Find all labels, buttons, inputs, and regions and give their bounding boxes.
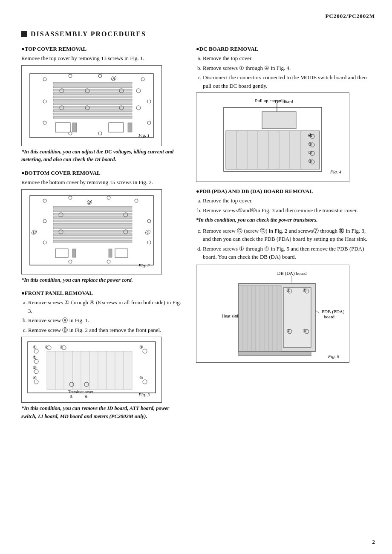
svg-rect-21 [53, 113, 132, 115]
page-header: PC2002/PC2002M [21, 13, 375, 22]
top-cover-text: Remove the top cover by removing 13 scre… [21, 54, 183, 63]
svg-text:Ⓐ: Ⓐ [111, 75, 117, 81]
svg-rect-54 [53, 220, 132, 222]
svg-rect-53 [53, 216, 132, 219]
svg-rect-59 [53, 237, 132, 239]
svg-rect-12 [53, 82, 132, 84]
svg-rect-133 [283, 288, 311, 347]
top-cover-section: ●TOP COVER REMOVAL Remove the top cover … [21, 46, 183, 164]
svg-text:②: ② [286, 328, 291, 333]
pdb-check-note: *In this condition, you can check the po… [196, 216, 375, 224]
svg-text:Fig. 3: Fig. 3 [138, 392, 150, 397]
fig2-diagram: Ⓑ Ⓓ Ⓒ [21, 189, 162, 274]
pdb-board-list2: Remove screw Ⓒ (screw Ⓓ) in Fig. 2 and s… [196, 227, 375, 261]
svg-text:Fig. 5: Fig. 5 [328, 354, 340, 359]
svg-rect-107 [262, 112, 296, 129]
svg-text:Ⓓ: Ⓓ [31, 229, 37, 235]
svg-text:Fig. 2: Fig. 2 [138, 263, 150, 268]
svg-text:③: ③ [33, 365, 37, 370]
svg-rect-13 [53, 86, 132, 88]
bottom-cover-title: ●BOTTOM COVER REMOVAL [21, 170, 183, 176]
svg-text:Ⓑ: Ⓑ [86, 199, 92, 205]
svg-rect-152 [239, 352, 311, 356]
svg-rect-51 [53, 210, 132, 212]
svg-text:①: ① [286, 288, 291, 293]
svg-text:6: 6 [85, 394, 87, 399]
svg-text:Fig. 4: Fig. 4 [330, 169, 342, 174]
svg-text:④: ④ [33, 375, 37, 380]
front-panel-section: ●FRONT PANEL REMOVAL Remove screws ① thr… [21, 290, 183, 421]
pdb-item-d: Remove screws ① through ④ in Fig. 5 and … [203, 245, 375, 261]
front-panel-note: *In this condition, you can remove the I… [21, 404, 183, 421]
right-column: ●DC BOARD REMOVAL Remove the top cover. … [196, 46, 375, 427]
svg-text:Transistor cover: Transistor cover [68, 390, 93, 394]
dc-board-item-a: Remove the top cover. [203, 54, 375, 63]
front-panel-item-b: Remove screw Ⓐ in Fig. 1. [28, 316, 183, 325]
svg-text:DC board: DC board [275, 99, 294, 104]
front-panel-item-a: Remove screws ① through ④ (8 screws in a… [28, 298, 183, 315]
svg-text:⑦: ⑦ [45, 345, 49, 349]
svg-rect-68 [109, 249, 112, 257]
left-column: ●TOP COVER REMOVAL Remove the top cover … [21, 46, 183, 427]
front-panel-item-c: Remove screw Ⓑ in Fig. 2 and then remove… [28, 326, 183, 335]
svg-rect-57 [53, 230, 132, 232]
fig1-svg: Ⓐ [23, 67, 160, 144]
bottom-cover-note: *In this condition, you can replace the … [21, 276, 183, 284]
svg-text:board: board [324, 314, 335, 319]
page-number: 2 [372, 539, 375, 545]
dc-board-item-c: Disconnect the connectors connected to t… [203, 73, 375, 90]
svg-rect-34 [128, 123, 132, 132]
svg-rect-56 [53, 227, 132, 229]
svg-text:②: ② [33, 355, 37, 360]
section-title: DISASSEMBLY PROCEDURES [21, 30, 375, 38]
svg-rect-58 [53, 234, 132, 236]
svg-text:Heat sink: Heat sink [222, 313, 239, 318]
pdb-item-c: Remove screw Ⓒ (screw Ⓓ) in Fig. 2 and s… [203, 227, 375, 243]
bottom-cover-section: ●BOTTOM COVER REMOVAL Remove the bottom … [21, 170, 183, 284]
svg-rect-17 [53, 99, 132, 101]
pdb-item-b: Remove screws⑤and⑥in Fig. 3 and then rem… [203, 206, 375, 215]
title-box-icon [21, 31, 27, 37]
svg-text:Fig. 1: Fig. 1 [138, 133, 150, 138]
dc-board-section: ●DC BOARD REMOVAL Remove the top cover. … [196, 46, 375, 182]
bottom-cover-text: Remove the bottom cover by removing 15 s… [21, 178, 183, 187]
pdb-board-title: ●PDB (PDA) AND DB (DA) BOARD REMOVAL [196, 188, 375, 195]
svg-rect-67 [72, 249, 76, 257]
svg-rect-108 [226, 131, 320, 169]
svg-text:①: ① [33, 345, 37, 349]
fig4-svg: Pull up carefully DC board [198, 95, 347, 180]
fig2-svg: Ⓑ Ⓓ Ⓒ [23, 191, 160, 272]
svg-text:⑩: ⑩ [139, 375, 143, 380]
svg-rect-55 [53, 223, 132, 225]
svg-rect-22 [53, 116, 132, 118]
svg-rect-50 [53, 206, 132, 208]
svg-text:Ⓒ: Ⓒ [145, 229, 151, 235]
svg-rect-16 [53, 96, 132, 98]
top-cover-note: *In this condition, you can adjust the D… [21, 148, 183, 164]
fig3-svg: ① ② ③ ④ ⑨ ⑩ ⑦ [23, 338, 160, 401]
section-title-text: DISASSEMBLY PROCEDURES [31, 30, 146, 38]
fig4-diagram: Pull up carefully DC board [196, 92, 349, 182]
fig3-diagram: ① ② ③ ④ ⑨ ⑩ ⑦ [21, 337, 162, 403]
model-number: PC2002/PC2002M [325, 13, 375, 19]
svg-rect-32 [72, 123, 77, 132]
svg-rect-19 [53, 106, 132, 108]
dc-board-item-b: Remove screws ① through ④ in Fig. 4. [203, 64, 375, 72]
front-panel-title: ●FRONT PANEL REMOVAL [21, 290, 183, 297]
svg-rect-18 [53, 103, 132, 105]
fig5-svg: DB (DA) board Heat sink PDB (PDA) board [198, 266, 347, 361]
svg-text:DB (DA) board: DB (DA) board [277, 271, 307, 276]
pdb-item-a: Remove the top cover. [203, 196, 375, 205]
svg-rect-14 [53, 89, 132, 91]
svg-text:⑧: ⑧ [60, 345, 63, 349]
svg-rect-52 [53, 213, 132, 215]
fig5-diagram: DB (DA) board Heat sink PDB (PDA) board [196, 265, 349, 363]
dc-board-title: ●DC BOARD REMOVAL [196, 46, 375, 52]
main-content: ●TOP COVER REMOVAL Remove the top cover … [21, 46, 375, 427]
fig1-diagram: Ⓐ [21, 65, 162, 146]
pdb-board-list: Remove the top cover. Remove screws⑤and⑥… [196, 196, 375, 214]
dc-board-list: Remove the top cover. Remove screws ① th… [196, 54, 375, 90]
svg-text:5: 5 [70, 394, 72, 399]
svg-rect-60 [53, 240, 132, 242]
top-cover-title: ●TOP COVER REMOVAL [21, 46, 183, 52]
